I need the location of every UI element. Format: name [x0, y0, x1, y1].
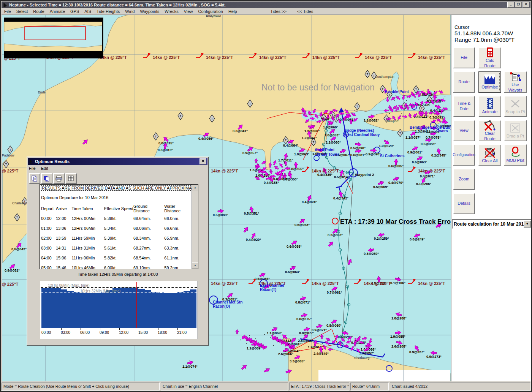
optimum-results-dialog[interactable]: Optimum Results ✕ FileEdit RESULTS ARE F…	[27, 156, 209, 346]
histogram-bar	[41, 288, 48, 328]
tide-diamond-letter: T	[211, 117, 213, 120]
close-button[interactable]: ✕	[522, 2, 529, 8]
optimise-button[interactable]: Optimise	[478, 71, 501, 93]
menu-item-gps[interactable]: GPS	[68, 9, 82, 14]
cursor-range: Range 71.0nm @030°T	[454, 36, 515, 43]
button-label: File	[461, 55, 467, 60]
copy-button[interactable]	[29, 173, 40, 184]
listbox-scrollbar[interactable]: ▲ ▼	[192, 185, 198, 269]
menu-item-wind[interactable]: Wind	[122, 9, 137, 14]
drag-a-pt-button[interactable]: Drag a Pt	[504, 120, 527, 141]
tide-arrow-label: 0.9@273°	[426, 355, 442, 359]
tide-arrow-label: 0.8@355°	[288, 167, 304, 171]
tide-diamond-letter: T	[313, 141, 315, 144]
calc-route-button[interactable]: Calc Route	[478, 47, 501, 68]
dialog-menu-file[interactable]: File	[29, 166, 36, 171]
button-label: Zoom	[459, 177, 469, 182]
dialog-menu: FileEdit	[29, 166, 54, 171]
zoom-button[interactable]: Zoom	[453, 169, 475, 190]
clear-all-button[interactable]: Clear All	[478, 144, 501, 166]
tide-arrow-label: 3.3@065°	[290, 359, 305, 363]
configuration-button[interactable]: Configuration	[453, 144, 475, 166]
scroll-up-icon[interactable]: ▲	[192, 185, 198, 191]
chevron-down-icon[interactable]: ▼	[524, 221, 531, 228]
restore-button[interactable]: ❐	[515, 2, 522, 8]
menu-item-file[interactable]: File	[2, 9, 14, 14]
menu-item-select[interactable]: Select	[14, 9, 31, 14]
copy-color-button[interactable]	[41, 173, 52, 184]
menu-item-tide-heights[interactable]: Tide Heights	[94, 9, 122, 14]
table-row[interactable]: 04:0015:0611Hrs 06Min5.82kt.68.54nm.61.1…	[41, 253, 191, 263]
tide-arrow-label: 0.8@051°	[340, 118, 355, 122]
menu-item-ais[interactable]: AIS	[82, 9, 94, 14]
menu-item-configuration[interactable]: Configuration	[195, 9, 225, 14]
cluster-speck	[282, 173, 283, 174]
file-button[interactable]: File	[453, 47, 475, 68]
histogram-bar	[132, 288, 139, 328]
max-time-label: 12Hrs 06Min (Max. time)	[48, 283, 89, 288]
histogram-bar	[54, 288, 61, 328]
route-button[interactable]: Route	[453, 71, 475, 93]
buoy-label-line: Anvil Point	[315, 148, 335, 152]
mob-plot-button[interactable]: MOB Plot	[504, 144, 527, 166]
table-row[interactable]: 01:0013:0612Hrs 06Min5.34kt.68.06nm.66.6…	[41, 223, 191, 233]
cluster-speck	[394, 100, 395, 101]
table-cell: 66.0nm.	[164, 213, 191, 223]
dialog-title-bar[interactable]: Optimum Results ✕	[28, 158, 207, 165]
cluster-speck	[355, 348, 355, 349]
table-row[interactable]: 02:0013:5911Hrs 59Min5.39kt.68.34nm.65.9…	[41, 233, 191, 243]
button-label: Route	[458, 79, 469, 85]
time-date-button[interactable]: Time & Date	[453, 96, 475, 117]
results-notice: RESULTS ARE FROM DERIVED DATA AND AS SUC…	[41, 185, 191, 191]
snap-to-pt-button[interactable]: Snap to Pt	[504, 96, 527, 117]
table-cell: 15:06	[56, 253, 72, 263]
details-button[interactable]: Details	[453, 193, 475, 214]
tide-diamond-letter: T	[382, 88, 384, 90]
table-row[interactable]: 03:0014:3111Hrs 31Min5.61kt.68.27nm.63.3…	[41, 243, 191, 253]
results-listbox[interactable]: RESULTS ARE FROM DERIVED DATA AND AS SUC…	[40, 184, 198, 269]
button-label: Calc Route	[480, 58, 500, 69]
animate-button[interactable]: Animate	[478, 96, 501, 117]
clear-route-button[interactable]: Clear Route	[478, 120, 501, 141]
minimize-button[interactable]: _	[507, 2, 514, 8]
tide-arrow-label: 0.6@063°	[285, 270, 300, 274]
overview-minimap-chart	[4, 22, 102, 51]
dialog-menu-edit[interactable]: Edit	[41, 166, 48, 171]
table-cell: 68.54nm.	[133, 253, 164, 263]
menu-item-route[interactable]: Route	[30, 9, 47, 14]
print-button[interactable]	[53, 173, 65, 184]
dialog-close-button[interactable]: ✕	[200, 158, 206, 164]
histogram-bar	[184, 291, 190, 328]
tide-arrow-label: 0.6@058°	[287, 245, 302, 248]
results-table: DepartArriveTime TakenEffective SpeedGro…	[41, 204, 191, 269]
overview-minimap	[4, 17, 103, 58]
view-button[interactable]: View	[453, 120, 475, 141]
button-label: View	[459, 128, 469, 133]
menu-item-view[interactable]: View	[181, 9, 196, 14]
menu-item-help[interactable]: Help	[226, 9, 240, 14]
button-label: Clear All	[482, 158, 498, 164]
departure-histogram: 12Hrs 06Min (Max. time)10Hrs 32Min (Min.…	[40, 281, 198, 339]
menu-item-animate[interactable]: Animate	[47, 9, 68, 14]
table-row[interactable]: 05:0015:4610Hrs 46Min6.00kt.69.10nm.59.2…	[41, 263, 191, 269]
tide-arrow-label: 1.0@053°	[325, 133, 340, 137]
menu-item-tides-back[interactable]: << Tides	[294, 9, 316, 14]
table-row[interactable]: 00:0012:0012Hrs 00Min5.38kt.68.64nm.66.0…	[41, 213, 191, 223]
menu-item-wrecks[interactable]: Wrecks	[162, 9, 181, 14]
grid-button[interactable]	[65, 173, 77, 184]
tide-arrow-label: 0.6@005°	[388, 164, 404, 168]
tide-arrow-label: 0.4@029°	[246, 238, 261, 242]
town-label: Padstow	[2, 153, 14, 157]
tide-arrow-label: 0.2@345°	[431, 153, 446, 157]
tide-diamond-letter: T	[367, 73, 369, 76]
scroll-down-icon[interactable]: ▼	[192, 262, 198, 269]
title-bar[interactable]: Neptune - Selected Time = 12:30 10/3/201…	[2, 2, 530, 8]
menu-item-waypoints[interactable]: Waypoints	[137, 9, 162, 14]
menu-item-tides-forward[interactable]: Tides >>	[268, 9, 289, 14]
use-waypts-button[interactable]: Use Waypts	[504, 71, 527, 93]
buoy-label-line: St Catherines	[380, 154, 405, 158]
eta-banner: ETA : 17:39 10 Mar Cross Track Error = 0…	[340, 218, 451, 225]
waypoint-label: Waypoint 2	[355, 172, 374, 177]
table-cell: 5.61kt.	[104, 243, 133, 253]
route-calc-dropdown[interactable]: Route calculation for 10 Mar 2016 ▼	[452, 219, 532, 229]
